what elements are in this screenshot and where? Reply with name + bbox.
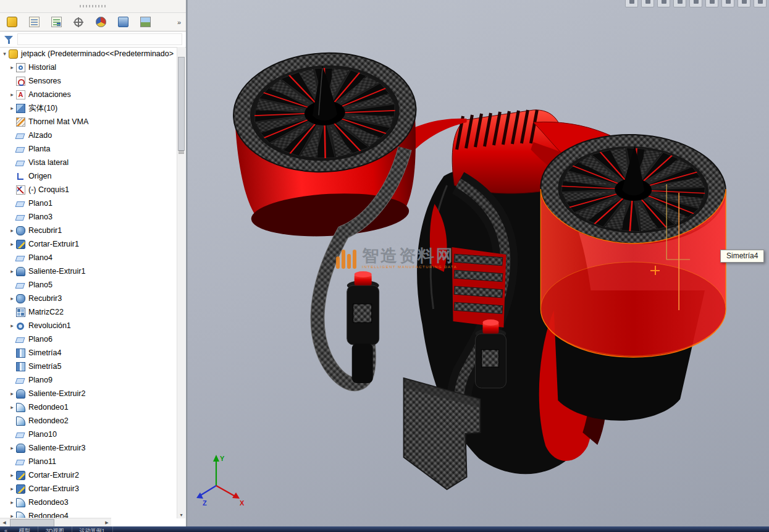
tree-item-label: Simetría4 — [28, 348, 62, 357]
tree-item[interactable]: ▸ Recubrir1 — [0, 224, 177, 237]
tree-root-item[interactable]: ▾ jetpack (Predeterminado<<Predeterminad… — [0, 47, 177, 61]
tree-item[interactable]: ▸ Planta — [0, 142, 177, 156]
panel-tab[interactable] — [94, 15, 107, 29]
triad-z-label: Z — [203, 499, 207, 507]
expand-icon[interactable]: ▸ — [8, 224, 16, 237]
tree-item[interactable]: ▸ Thornel Mat VMA — [0, 115, 177, 129]
tree-item-label: Anotaciones — [28, 90, 71, 99]
panel-tab[interactable] — [27, 15, 41, 29]
collapse-icon[interactable]: ▾ — [1, 47, 9, 61]
expand-icon[interactable]: ▸ — [8, 61, 16, 74]
tree-item[interactable]: ▸ Plano5 — [0, 278, 177, 292]
scroll-down-icon[interactable]: ▾ — [177, 512, 185, 518]
document-tab[interactable]: 模型 — [12, 526, 38, 532]
expand-icon[interactable]: ▸ — [8, 387, 16, 400]
tree-item-label: Plano3 — [28, 213, 53, 221]
filter-funnel-icon[interactable] — [4, 35, 14, 44]
tree-item[interactable]: ▸ Origen — [0, 169, 177, 183]
expand-icon[interactable]: ▸ — [8, 441, 16, 455]
tree-item[interactable]: ▸ Sensores — [0, 74, 177, 88]
tree-item[interactable]: ▸ Saliente-Extruir3 — [0, 441, 177, 455]
tree-item-label: Cortar-Extruir2 — [28, 471, 79, 479]
tree-item[interactable]: ▸ Alzado — [0, 129, 177, 142]
tree-item[interactable]: ▸ Redondeo4 — [0, 509, 177, 518]
tree-item[interactable]: ▸ Plano3 — [0, 210, 177, 224]
tree-item[interactable]: ▸ Revolución1 — [0, 319, 177, 332]
expand-icon[interactable]: ▸ — [8, 509, 16, 518]
expand-icon[interactable]: ▸ — [8, 468, 16, 482]
document-tab[interactable]: 运动算例1 — [72, 526, 113, 532]
tabs-scroll-left-button[interactable]: « — [0, 526, 12, 532]
tree-horizontal-scrollbar[interactable]: ◀ ▶ — [0, 518, 111, 526]
panel-drag-handle[interactable] — [0, 0, 186, 13]
scrollbar-grip[interactable] — [179, 151, 184, 154]
tree-item[interactable]: ▸ Simetría4 — [0, 346, 177, 360]
tree-vertical-scrollbar[interactable]: ▾ — [177, 47, 185, 518]
tree-item[interactable]: ▸ Plano10 — [0, 428, 177, 441]
expand-icon[interactable]: ▸ — [8, 496, 16, 509]
scrollbar-thumb[interactable] — [178, 57, 185, 151]
tree-item[interactable]: ▸ Plano6 — [0, 332, 177, 346]
jetpack-3d-model[interactable] — [188, 0, 769, 526]
tree-item[interactable]: ▸ Cortar-Extruir3 — [0, 482, 177, 496]
solidworks-window: » ▾ jetpack (Predeterminado<<Predetermin… — [0, 0, 769, 532]
tabs-overflow-button[interactable]: » — [175, 19, 183, 26]
tree-item[interactable]: ▸ Plano11 — [0, 455, 177, 468]
left-turbine[interactable] — [230, 48, 422, 240]
display-style-icon[interactable] — [705, 0, 718, 7]
graphics-area[interactable]: 智造资料网 INTELLIGENT MANUFACTURING DATA Sim… — [188, 0, 769, 526]
previous-view-icon[interactable] — [657, 0, 670, 7]
expand-icon[interactable]: ▸ — [8, 264, 16, 278]
view-orientation-icon[interactable] — [689, 0, 702, 7]
edit-appearance-icon[interactable] — [737, 0, 750, 7]
tree-item[interactable]: ▸ MatrizC22 — [0, 305, 177, 319]
tree-item[interactable]: ▸ Redondeo1 — [0, 400, 177, 414]
tree-item[interactable]: ▸ Saliente-Extruir1 — [0, 264, 177, 278]
plane-icon — [15, 283, 25, 289]
tree-item[interactable]: ▸ Saliente-Extruir2 — [0, 387, 177, 400]
zoom-fit-icon[interactable] — [625, 0, 638, 7]
view-settings-icon[interactable] — [754, 0, 767, 7]
section-view-icon[interactable] — [673, 0, 686, 7]
filter-input[interactable] — [17, 33, 182, 45]
vent-slats[interactable] — [452, 247, 506, 327]
expand-icon[interactable]: ▸ — [8, 400, 16, 414]
solids-icon — [16, 104, 25, 113]
tree-item[interactable]: ▸ Recubrir3 — [0, 292, 177, 305]
expand-icon[interactable]: ▸ — [8, 319, 16, 332]
document-tab[interactable]: 3D视图 — [38, 526, 72, 532]
scrollbar-track[interactable] — [9, 519, 103, 526]
tree-item[interactable]: ▸ Vista lateral — [0, 156, 177, 169]
expand-icon[interactable]: ▸ — [8, 482, 16, 496]
panel-tab[interactable] — [72, 15, 85, 29]
tree-item[interactable]: ▸ Plano1 — [0, 196, 177, 210]
tree-item[interactable]: ▸ Plano4 — [0, 251, 177, 264]
tree-item-label: Plano6 — [28, 335, 53, 344]
expand-icon[interactable]: ▸ — [8, 101, 16, 115]
zoom-area-icon[interactable] — [641, 0, 654, 7]
expand-icon[interactable]: ▸ — [8, 88, 16, 101]
tree-item[interactable]: ▸ Cortar-Extruir1 — [0, 237, 177, 251]
panel-tab[interactable] — [49, 15, 63, 29]
tree-item[interactable]: ▸ Plano9 — [0, 373, 177, 387]
tree-item[interactable]: ▸ Historial — [0, 61, 177, 74]
cut-extrude-icon — [16, 471, 25, 480]
scroll-right-icon[interactable]: ▶ — [103, 520, 111, 525]
tree-item[interactable]: ▸ (-) Croquis1 — [0, 183, 177, 196]
expand-icon[interactable]: ▸ — [8, 292, 16, 305]
tree-item[interactable]: ▸ Anotaciones — [0, 88, 177, 101]
tree-item[interactable]: ▸ Redondeo2 — [0, 414, 177, 428]
scrollbar-thumb[interactable] — [10, 519, 54, 526]
tree-item-label: Saliente-Extruir2 — [28, 389, 85, 398]
tree-item[interactable]: ▸ Cortar-Extruir2 — [0, 468, 177, 482]
tree-item[interactable]: ▸ Redondeo3 — [0, 496, 177, 509]
panel-tab[interactable] — [116, 15, 130, 29]
tree-item[interactable]: ▸ 实体(10) — [0, 101, 177, 115]
tree-item[interactable]: ▸ Simetría5 — [0, 360, 177, 373]
scroll-left-icon[interactable]: ◀ — [0, 520, 9, 525]
panel-tab[interactable] — [5, 15, 19, 29]
hide-show-items-icon[interactable] — [721, 0, 734, 7]
panel-tab[interactable] — [138, 15, 152, 29]
tree-item-label: Saliente-Extruir1 — [28, 267, 85, 276]
expand-icon[interactable]: ▸ — [8, 237, 16, 251]
